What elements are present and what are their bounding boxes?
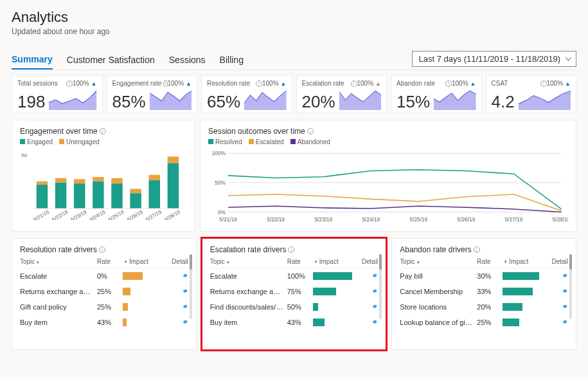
cell-topic: Returns exchange and r...: [210, 288, 287, 295]
info-icon[interactable]: i: [474, 246, 480, 253]
kpi-name: Resolution rate: [207, 80, 254, 87]
cell-rate: 25%: [477, 319, 503, 326]
sparkline: [244, 89, 286, 110]
info-icon[interactable]: i: [445, 80, 452, 87]
cell-impact: [313, 303, 357, 311]
kpi-card[interactable]: Resolution rate i 100% ▲ 65%: [201, 75, 292, 113]
scrollbar[interactable]: [190, 254, 192, 319]
date-range-dropdown[interactable]: Last 7 days (11/11/2019 - 11/18/2019): [412, 51, 576, 67]
detail-link-icon[interactable]: ⚭: [560, 271, 569, 282]
svg-rect-24: [168, 156, 179, 163]
cell-rate: 0%: [97, 272, 123, 280]
table-row: Store locations 20% ⚭: [400, 299, 568, 315]
page-title: Analytics: [12, 9, 576, 26]
svg-text:5/27/19: 5/27/19: [145, 209, 163, 220]
chevron-down-icon: ▾: [227, 260, 229, 264]
svg-text:5/26/19: 5/26/19: [458, 216, 476, 223]
cell-topic: Buy item: [210, 319, 287, 326]
table-header: Topic▾ Rate ▾Impact Detail: [20, 254, 188, 268]
detail-link-icon[interactable]: ⚭: [560, 302, 569, 313]
info-icon[interactable]: i: [307, 128, 314, 134]
info-icon[interactable]: i: [99, 246, 105, 253]
svg-text:5/24/19: 5/24/19: [362, 216, 380, 223]
detail-link-icon[interactable]: ⚭: [370, 317, 379, 328]
tab-billing[interactable]: Billing: [220, 51, 244, 69]
detail-link-icon[interactable]: ⚭: [370, 302, 379, 313]
info-icon[interactable]: i: [66, 80, 73, 87]
svg-rect-17: [130, 193, 141, 208]
table-row: Escalate 0% ⚭: [20, 268, 188, 284]
col-detail[interactable]: Detail: [166, 258, 188, 265]
cell-impact: [503, 319, 546, 326]
kpi-card[interactable]: Abandon rate i 100% ▲ 15%: [391, 75, 482, 113]
col-impact[interactable]: ▾Impact: [123, 258, 166, 265]
cell-rate: 50%: [287, 303, 313, 311]
cell-topic: Lookup balance of gift...: [400, 319, 477, 326]
col-impact[interactable]: ▾Impact: [313, 258, 357, 265]
col-impact[interactable]: ▾Impact: [503, 258, 546, 265]
kpi-card[interactable]: Total sessions i 100% ▲ 198: [12, 75, 103, 113]
svg-text:50%: 50%: [215, 180, 226, 186]
page-subtitle: Updated about one hour ago: [12, 27, 576, 36]
detail-link-icon[interactable]: ⚭: [560, 317, 569, 328]
swatch-escalated: [249, 139, 254, 144]
sparkline: [434, 89, 476, 110]
trend-up-icon: ▲: [281, 80, 287, 87]
info-icon[interactable]: i: [256, 80, 262, 87]
info-icon[interactable]: i: [540, 80, 547, 87]
engagement-bar-chart: 505/21/195/22/195/23/195/24/195/25/195/2…: [20, 149, 186, 220]
cell-rate: 33%: [477, 288, 503, 295]
card-title: Engagement over time i: [20, 127, 186, 136]
card-title: Escalation rate drivers i: [210, 245, 379, 254]
detail-link-icon[interactable]: ⚭: [370, 271, 379, 282]
svg-text:5/21/19: 5/21/19: [219, 216, 237, 223]
cell-rate: 43%: [287, 319, 313, 326]
kpi-card[interactable]: Engagement rate i 100% ▲ 85%: [107, 75, 198, 113]
tab-summary[interactable]: Summary: [12, 50, 53, 69]
trend-up-icon: ▲: [186, 80, 192, 87]
col-rate[interactable]: Rate: [477, 258, 503, 265]
tab-customer-satisfaction[interactable]: Customer Satisfaction: [67, 51, 155, 69]
table-row: Find discounts/sales/de... 50% ⚭: [210, 299, 379, 315]
col-rate[interactable]: Rate: [287, 258, 313, 265]
svg-text:5/22/19: 5/22/19: [267, 216, 285, 223]
cell-impact: [313, 272, 357, 280]
table-header: Topic▾ Rate ▾Impact Detail: [400, 254, 568, 268]
detail-link-icon[interactable]: ⚭: [181, 317, 190, 328]
kpi-card[interactable]: Escalation rate i 100% ▲ 20%: [296, 75, 388, 113]
table-row: Cancel Membership 33% ⚭: [400, 284, 568, 299]
kpi-name: Total sessions: [17, 80, 64, 87]
scrollbar[interactable]: [379, 254, 382, 319]
card-title: Resolution rate drivers i: [20, 245, 188, 254]
kpi-card[interactable]: CSAT i 100% ▲ 4.2: [486, 75, 577, 113]
trend-up-icon: ▲: [91, 80, 97, 87]
kpi-pct: 100%: [547, 80, 564, 87]
col-topic[interactable]: Topic▾: [210, 258, 287, 265]
detail-link-icon[interactable]: ⚭: [181, 302, 190, 313]
detail-link-icon[interactable]: ⚭: [560, 286, 569, 297]
info-icon[interactable]: i: [288, 246, 294, 253]
card-title: Abandon rate drivers i: [400, 245, 568, 254]
detail-link-icon[interactable]: ⚭: [370, 286, 379, 297]
col-detail[interactable]: Detail: [356, 258, 378, 265]
svg-text:5/23/19: 5/23/19: [314, 216, 332, 223]
info-icon[interactable]: i: [100, 128, 106, 134]
trend-up-icon: ▲: [565, 80, 571, 87]
outcomes-line-chart: 0%50%100%5/21/195/22/195/23/195/24/195/2…: [208, 149, 568, 223]
col-topic[interactable]: Topic▾: [20, 258, 97, 265]
info-icon[interactable]: i: [351, 80, 357, 87]
col-topic[interactable]: Topic▾: [400, 258, 477, 265]
col-rate[interactable]: Rate: [97, 258, 123, 265]
kpi-value: 15%: [396, 93, 430, 110]
detail-link-icon[interactable]: ⚭: [181, 286, 190, 297]
tab-sessions[interactable]: Sessions: [169, 51, 206, 69]
cell-rate: 25%: [97, 303, 123, 311]
scrollbar[interactable]: [569, 254, 572, 319]
cell-topic: Pay bill: [400, 272, 477, 280]
detail-link-icon[interactable]: ⚭: [181, 271, 190, 282]
col-detail[interactable]: Detail: [546, 258, 568, 265]
cell-topic: Find discounts/sales/de...: [210, 303, 287, 311]
abandon-rate-drivers-card: Abandon rate drivers i Topic▾ Rate ▾Impa…: [391, 238, 576, 350]
table-row: Lookup balance of gift... 25% ⚭: [400, 315, 568, 330]
table-row: Buy item 43% ⚭: [210, 315, 379, 330]
